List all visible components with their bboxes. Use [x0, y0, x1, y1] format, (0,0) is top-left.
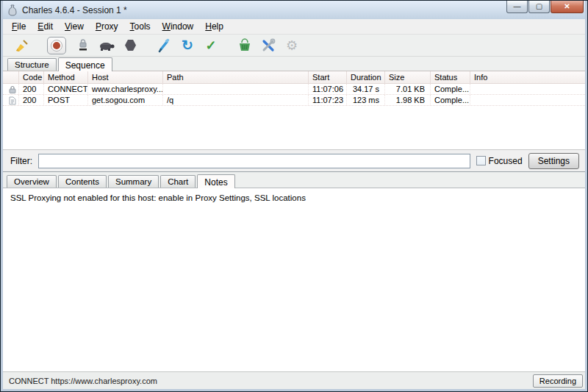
window-title: Charles 4.6.4 - Session 1 *: [22, 5, 506, 15]
notes-panel: SSL Proxying not enabled for this host: …: [3, 188, 585, 371]
tab-summary[interactable]: Summary: [108, 175, 159, 188]
status-url-text: CONNECT https://www.charlesproxy.com: [9, 377, 528, 385]
header-size[interactable]: Size: [385, 71, 431, 83]
tab-overview[interactable]: Overview: [7, 175, 57, 188]
table-header: Code Method Host Path Start Duration Siz…: [3, 71, 585, 84]
notes-text: SSL Proxying not enabled for this host: …: [10, 193, 585, 202]
header-start[interactable]: Start: [309, 71, 347, 83]
toolbar: ↻ ✓ ⚙: [3, 35, 585, 57]
record-button-icon[interactable]: [47, 37, 66, 54]
table-row[interactable]: 200 POST get.sogou.com /q 11:07:23 123 m…: [3, 95, 585, 106]
charles-jug-icon: [7, 4, 18, 16]
cell-host: www.charlesproxy....: [88, 84, 163, 94]
tab-contents[interactable]: Contents: [58, 175, 107, 188]
lock-icon: [3, 84, 19, 94]
cell-status: Comple...: [431, 84, 470, 94]
filter-label: Filter:: [10, 156, 32, 166]
document-icon: [3, 95, 19, 105]
cell-method: CONNECT: [44, 84, 88, 94]
close-button[interactable]: ✕: [551, 1, 584, 13]
cell-start: 11:07:23: [309, 95, 347, 105]
charles-window: Charles 4.6.4 - Session 1 * — ▢ ✕ File E…: [0, 0, 588, 392]
cell-info: [470, 95, 585, 105]
cell-code: 200: [19, 95, 44, 105]
menu-edit[interactable]: Edit: [32, 20, 59, 33]
record-icon: [51, 40, 62, 51]
detail-pane: Overview Contents Summary Chart Notes SS…: [3, 171, 585, 371]
minimize-button[interactable]: —: [506, 1, 528, 13]
filter-input[interactable]: [38, 154, 470, 168]
tools-basket-icon[interactable]: [235, 37, 254, 54]
status-bar: CONNECT https://www.charlesproxy.com Rec…: [3, 371, 585, 389]
clear-session-broom-icon[interactable]: [12, 37, 31, 54]
settings-button[interactable]: Settings: [528, 153, 579, 169]
cell-host: get.sogou.com: [88, 95, 163, 105]
cell-info: [470, 84, 585, 94]
menu-help[interactable]: Help: [199, 20, 229, 33]
header-method[interactable]: Method: [44, 71, 88, 83]
cell-status: Comple...: [431, 95, 470, 105]
header-path[interactable]: Path: [163, 71, 309, 83]
cell-start: 11:07:06: [309, 84, 347, 94]
disabled-gear-icon: ⚙: [282, 37, 301, 54]
menu-view[interactable]: View: [59, 20, 90, 33]
focused-checkbox[interactable]: [476, 156, 486, 165]
tab-chart[interactable]: Chart: [160, 175, 196, 188]
breakpoints-hexagon-icon[interactable]: [121, 37, 140, 54]
cell-code: 200: [19, 84, 44, 94]
detail-tabs: Overview Contents Summary Chart Notes: [3, 172, 585, 188]
cell-method: POST: [44, 95, 88, 105]
header-icon-column: [3, 71, 19, 83]
tab-notes[interactable]: Notes: [197, 174, 234, 188]
titlebar: Charles 4.6.4 - Session 1 * — ▢ ✕: [3, 1, 585, 19]
header-host[interactable]: Host: [88, 71, 163, 83]
throttle-lock-icon[interactable]: [74, 37, 93, 54]
cell-path: /q: [163, 95, 309, 105]
validate-check-icon[interactable]: ✓: [201, 37, 220, 54]
menu-window[interactable]: Window: [157, 20, 200, 33]
header-status[interactable]: Status: [431, 71, 470, 83]
header-duration[interactable]: Duration: [347, 71, 385, 83]
menu-file[interactable]: File: [6, 20, 32, 33]
throttling-turtle-icon[interactable]: [97, 37, 116, 54]
repeat-refresh-icon[interactable]: ↻: [178, 37, 197, 54]
table-row[interactable]: 200 CONNECT www.charlesproxy.... 11:07:0…: [3, 84, 585, 95]
cell-duration: 123 ms: [347, 95, 385, 105]
cell-path: [163, 84, 309, 94]
settings-wrench-icon[interactable]: [259, 37, 278, 54]
table-empty-area: [3, 106, 585, 149]
header-info[interactable]: Info: [470, 71, 585, 83]
cell-size: 7.01 KB: [385, 84, 431, 94]
compose-pencil-icon[interactable]: [154, 37, 173, 54]
header-code[interactable]: Code: [19, 71, 44, 83]
main-tabs: Structure Sequence: [3, 57, 585, 71]
tab-sequence[interactable]: Sequence: [58, 57, 112, 71]
filter-bar: Filter: Focused Settings: [3, 149, 585, 171]
menubar: File Edit View Proxy Tools Window Help: [3, 19, 585, 35]
menu-tools[interactable]: Tools: [124, 20, 157, 33]
cell-size: 1.98 KB: [385, 95, 431, 105]
menu-proxy[interactable]: Proxy: [90, 20, 124, 33]
cell-duration: 34.17 s: [347, 84, 385, 94]
recording-indicator[interactable]: Recording: [533, 374, 583, 388]
tab-structure[interactable]: Structure: [7, 58, 57, 71]
maximize-button[interactable]: ▢: [528, 1, 550, 13]
focused-label: Focused: [489, 156, 523, 166]
request-table: Code Method Host Path Start Duration Siz…: [3, 71, 585, 149]
